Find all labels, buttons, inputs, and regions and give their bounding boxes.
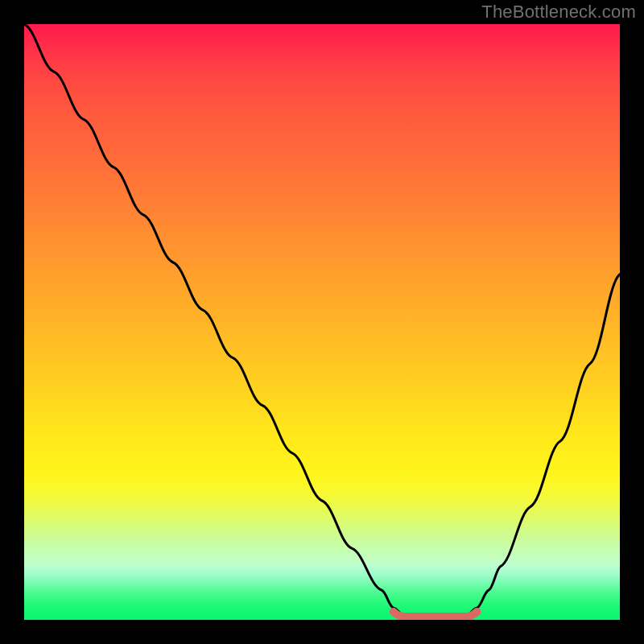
watermark-text: TheBottleneck.com [481, 2, 636, 23]
plot-area [24, 24, 620, 620]
chart-frame: TheBottleneck.com [0, 0, 644, 644]
bottleneck-curve [24, 24, 620, 620]
optimal-range-marker [394, 612, 477, 617]
curve-path [24, 24, 620, 620]
